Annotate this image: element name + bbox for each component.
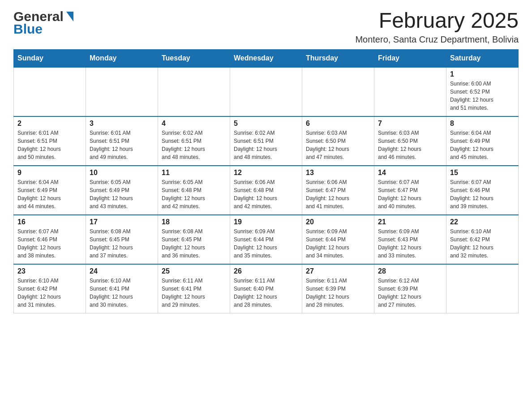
calendar-cell: 1Sunrise: 6:00 AM Sunset: 6:52 PM Daylig… bbox=[446, 67, 519, 116]
day-info: Sunrise: 6:09 AM Sunset: 6:44 PM Dayligh… bbox=[306, 227, 370, 260]
day-number: 16 bbox=[17, 218, 82, 226]
calendar-cell: 20Sunrise: 6:09 AM Sunset: 6:44 PM Dayli… bbox=[302, 215, 374, 264]
day-info: Sunrise: 6:05 AM Sunset: 6:49 PM Dayligh… bbox=[90, 178, 154, 210]
day-number: 14 bbox=[378, 169, 442, 177]
calendar-cell: 24Sunrise: 6:10 AM Sunset: 6:41 PM Dayli… bbox=[86, 264, 158, 313]
day-number: 25 bbox=[162, 267, 226, 275]
day-info: Sunrise: 6:01 AM Sunset: 6:51 PM Dayligh… bbox=[90, 129, 154, 161]
day-info: Sunrise: 6:12 AM Sunset: 6:39 PM Dayligh… bbox=[378, 277, 442, 309]
calendar-header-saturday: Saturday bbox=[446, 49, 519, 67]
day-info: Sunrise: 6:04 AM Sunset: 6:49 PM Dayligh… bbox=[450, 129, 515, 161]
day-info: Sunrise: 6:10 AM Sunset: 6:42 PM Dayligh… bbox=[450, 227, 515, 260]
day-info: Sunrise: 6:06 AM Sunset: 6:48 PM Dayligh… bbox=[234, 178, 298, 210]
calendar-cell: 4Sunrise: 6:02 AM Sunset: 6:51 PM Daylig… bbox=[158, 116, 230, 166]
day-number: 24 bbox=[90, 267, 154, 275]
day-info: Sunrise: 6:11 AM Sunset: 6:39 PM Dayligh… bbox=[306, 277, 370, 309]
day-info: Sunrise: 6:11 AM Sunset: 6:40 PM Dayligh… bbox=[234, 277, 298, 309]
day-number: 12 bbox=[234, 169, 298, 177]
calendar-cell: 25Sunrise: 6:11 AM Sunset: 6:41 PM Dayli… bbox=[158, 264, 230, 313]
day-number: 2 bbox=[17, 120, 82, 128]
calendar-header-row: SundayMondayTuesdayWednesdayThursdayFrid… bbox=[14, 49, 519, 67]
day-info: Sunrise: 6:07 AM Sunset: 6:46 PM Dayligh… bbox=[450, 178, 515, 210]
day-info: Sunrise: 6:01 AM Sunset: 6:51 PM Dayligh… bbox=[17, 129, 82, 161]
day-info: Sunrise: 6:07 AM Sunset: 6:46 PM Dayligh… bbox=[17, 227, 82, 260]
calendar-cell bbox=[446, 264, 519, 313]
day-number: 1 bbox=[450, 70, 515, 78]
day-info: Sunrise: 6:03 AM Sunset: 6:50 PM Dayligh… bbox=[378, 129, 442, 161]
calendar-cell: 13Sunrise: 6:06 AM Sunset: 6:47 PM Dayli… bbox=[302, 166, 374, 215]
day-number: 4 bbox=[162, 120, 226, 128]
day-info: Sunrise: 6:08 AM Sunset: 6:45 PM Dayligh… bbox=[162, 227, 226, 260]
calendar-header-tuesday: Tuesday bbox=[158, 49, 230, 67]
calendar-cell bbox=[86, 67, 158, 116]
day-info: Sunrise: 6:05 AM Sunset: 6:48 PM Dayligh… bbox=[162, 178, 226, 210]
day-info: Sunrise: 6:02 AM Sunset: 6:51 PM Dayligh… bbox=[234, 129, 298, 161]
calendar-cell bbox=[14, 67, 86, 116]
day-number: 28 bbox=[378, 267, 442, 275]
calendar-cell: 15Sunrise: 6:07 AM Sunset: 6:46 PM Dayli… bbox=[446, 166, 519, 215]
day-info: Sunrise: 6:00 AM Sunset: 6:52 PM Dayligh… bbox=[450, 80, 515, 112]
day-number: 20 bbox=[306, 218, 370, 226]
calendar-cell: 27Sunrise: 6:11 AM Sunset: 6:39 PM Dayli… bbox=[302, 264, 374, 313]
calendar-cell: 19Sunrise: 6:09 AM Sunset: 6:44 PM Dayli… bbox=[230, 215, 302, 264]
calendar-cell: 16Sunrise: 6:07 AM Sunset: 6:46 PM Dayli… bbox=[14, 215, 86, 264]
day-info: Sunrise: 6:09 AM Sunset: 6:44 PM Dayligh… bbox=[234, 227, 298, 260]
day-number: 7 bbox=[378, 120, 442, 128]
svg-marker-0 bbox=[66, 12, 73, 21]
calendar-cell: 26Sunrise: 6:11 AM Sunset: 6:40 PM Dayli… bbox=[230, 264, 302, 313]
calendar-cell bbox=[230, 67, 302, 116]
calendar-cell: 18Sunrise: 6:08 AM Sunset: 6:45 PM Dayli… bbox=[158, 215, 230, 264]
calendar-cell: 5Sunrise: 6:02 AM Sunset: 6:51 PM Daylig… bbox=[230, 116, 302, 166]
day-number: 22 bbox=[450, 218, 515, 226]
day-info: Sunrise: 6:08 AM Sunset: 6:45 PM Dayligh… bbox=[90, 227, 154, 260]
calendar-cell bbox=[374, 67, 446, 116]
day-info: Sunrise: 6:06 AM Sunset: 6:47 PM Dayligh… bbox=[306, 178, 370, 210]
logo-blue-text: Blue bbox=[13, 21, 43, 37]
location-title: Montero, Santa Cruz Department, Bolivia bbox=[355, 34, 519, 45]
calendar-header-friday: Friday bbox=[374, 49, 446, 67]
calendar-week-row: 16Sunrise: 6:07 AM Sunset: 6:46 PM Dayli… bbox=[14, 215, 519, 264]
calendar-header-monday: Monday bbox=[86, 49, 158, 67]
calendar-cell bbox=[158, 67, 230, 116]
calendar-cell: 9Sunrise: 6:04 AM Sunset: 6:49 PM Daylig… bbox=[14, 166, 86, 215]
calendar-cell: 22Sunrise: 6:10 AM Sunset: 6:42 PM Dayli… bbox=[446, 215, 519, 264]
calendar-table: SundayMondayTuesdayWednesdayThursdayFrid… bbox=[13, 49, 519, 314]
calendar-cell: 28Sunrise: 6:12 AM Sunset: 6:39 PM Dayli… bbox=[374, 264, 446, 313]
calendar-cell: 11Sunrise: 6:05 AM Sunset: 6:48 PM Dayli… bbox=[158, 166, 230, 215]
day-info: Sunrise: 6:10 AM Sunset: 6:41 PM Dayligh… bbox=[90, 277, 154, 309]
day-number: 13 bbox=[306, 169, 370, 177]
calendar-week-row: 23Sunrise: 6:10 AM Sunset: 6:42 PM Dayli… bbox=[14, 264, 519, 313]
calendar-header-sunday: Sunday bbox=[14, 49, 86, 67]
day-info: Sunrise: 6:02 AM Sunset: 6:51 PM Dayligh… bbox=[162, 129, 226, 161]
day-number: 18 bbox=[162, 218, 226, 226]
day-info: Sunrise: 6:04 AM Sunset: 6:49 PM Dayligh… bbox=[17, 178, 82, 210]
day-number: 21 bbox=[378, 218, 442, 226]
calendar-cell: 23Sunrise: 6:10 AM Sunset: 6:42 PM Dayli… bbox=[14, 264, 86, 313]
day-info: Sunrise: 6:11 AM Sunset: 6:41 PM Dayligh… bbox=[162, 277, 226, 309]
calendar-header-wednesday: Wednesday bbox=[230, 49, 302, 67]
calendar-cell: 8Sunrise: 6:04 AM Sunset: 6:49 PM Daylig… bbox=[446, 116, 519, 166]
day-number: 8 bbox=[450, 120, 515, 128]
day-info: Sunrise: 6:07 AM Sunset: 6:47 PM Dayligh… bbox=[378, 178, 442, 210]
calendar-cell: 21Sunrise: 6:09 AM Sunset: 6:43 PM Dayli… bbox=[374, 215, 446, 264]
calendar-cell: 14Sunrise: 6:07 AM Sunset: 6:47 PM Dayli… bbox=[374, 166, 446, 215]
day-info: Sunrise: 6:03 AM Sunset: 6:50 PM Dayligh… bbox=[306, 129, 370, 161]
day-number: 27 bbox=[306, 267, 370, 275]
calendar-cell: 6Sunrise: 6:03 AM Sunset: 6:50 PM Daylig… bbox=[302, 116, 374, 166]
month-title: February 2025 bbox=[355, 9, 519, 33]
calendar-cell bbox=[302, 67, 374, 116]
day-info: Sunrise: 6:10 AM Sunset: 6:42 PM Dayligh… bbox=[17, 277, 82, 309]
page-header: General Blue February 2025 Montero, Sant… bbox=[13, 9, 519, 45]
day-number: 3 bbox=[90, 120, 154, 128]
day-info: Sunrise: 6:09 AM Sunset: 6:43 PM Dayligh… bbox=[378, 227, 442, 260]
day-number: 23 bbox=[17, 267, 82, 275]
calendar-cell: 2Sunrise: 6:01 AM Sunset: 6:51 PM Daylig… bbox=[14, 116, 86, 166]
day-number: 11 bbox=[162, 169, 226, 177]
calendar-cell: 10Sunrise: 6:05 AM Sunset: 6:49 PM Dayli… bbox=[86, 166, 158, 215]
calendar-cell: 12Sunrise: 6:06 AM Sunset: 6:48 PM Dayli… bbox=[230, 166, 302, 215]
logo-triangle-icon bbox=[64, 11, 74, 23]
calendar-cell: 3Sunrise: 6:01 AM Sunset: 6:51 PM Daylig… bbox=[86, 116, 158, 166]
calendar-cell: 17Sunrise: 6:08 AM Sunset: 6:45 PM Dayli… bbox=[86, 215, 158, 264]
calendar-week-row: 9Sunrise: 6:04 AM Sunset: 6:49 PM Daylig… bbox=[14, 166, 519, 215]
calendar-header-thursday: Thursday bbox=[302, 49, 374, 67]
